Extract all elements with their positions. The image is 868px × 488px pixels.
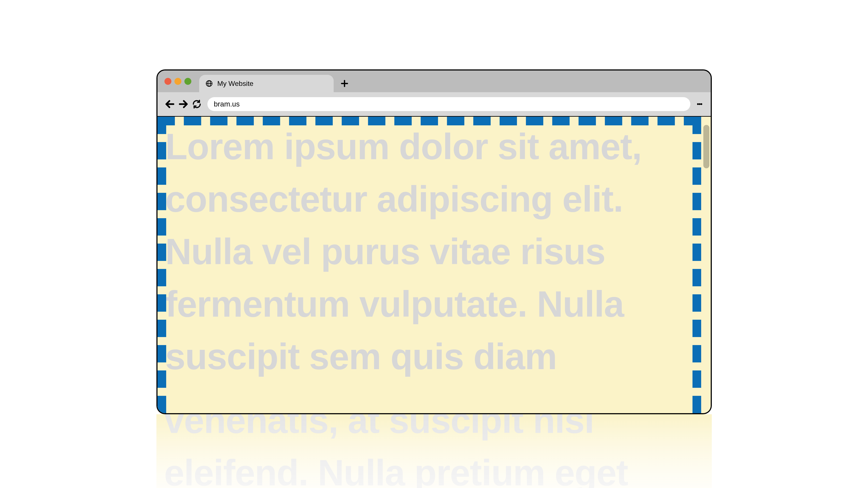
kebab-menu-button[interactable] [694,97,705,111]
reload-button[interactable] [190,97,204,111]
address-input[interactable] [214,100,690,108]
page-viewport: Lorem ipsum dolor sit amet, consectetur … [157,116,711,413]
address-bar[interactable] [208,97,690,111]
browser-tab[interactable]: My Website [199,75,334,92]
window-zoom-button[interactable] [184,78,191,85]
window-minimize-button[interactable] [175,78,181,85]
scrollbar-thumb[interactable] [703,125,709,168]
window-close-button[interactable] [164,78,172,85]
overflow-reflection: venenatis, at suscipit nisl eleifend. Nu… [156,414,712,488]
globe-icon [205,79,213,88]
window-controls [164,78,199,92]
body-text: Lorem ipsum dolor sit amet, consectetur … [165,121,698,383]
tab-strip: My Website [157,70,711,92]
forward-button[interactable] [177,97,190,111]
browser-toolbar [157,92,711,116]
new-tab-button[interactable] [338,77,351,90]
back-button[interactable] [163,97,177,111]
tab-title: My Website [217,79,254,88]
browser-window: My Website [156,69,712,414]
dots-vertical-icon [697,103,699,105]
